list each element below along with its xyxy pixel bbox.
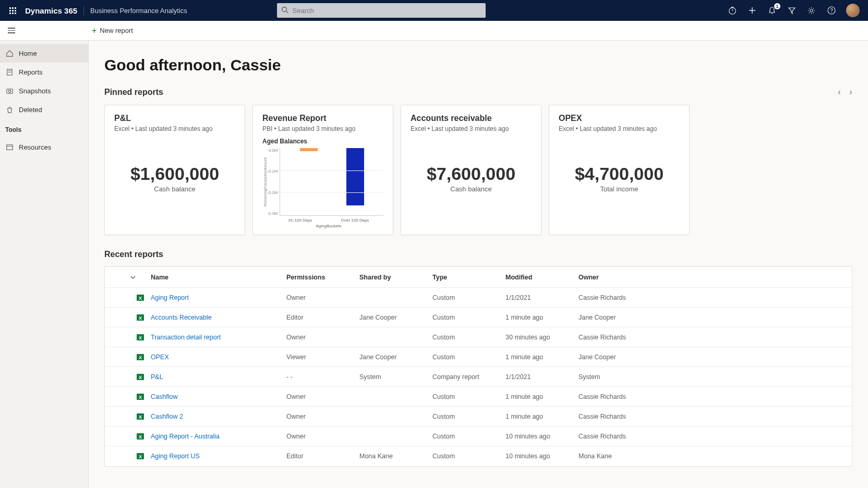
report-name-link[interactable]: Aging Report: [151, 294, 286, 301]
cell-modified: 1/1/2021: [505, 294, 578, 301]
card-subtitle: Excel • Last updated 3 minutes ago: [411, 125, 532, 132]
col-owner[interactable]: Owner: [578, 274, 841, 281]
user-avatar[interactable]: [846, 4, 860, 17]
col-modified[interactable]: Modified: [505, 274, 578, 281]
card-value: $1,600,000: [114, 164, 235, 184]
cell-modified: 10 minutes ago: [505, 433, 578, 440]
pinned-card-opex[interactable]: OPEX Excel • Last updated 3 minutes ago …: [549, 105, 690, 235]
sidebar-label: Deleted: [19, 106, 42, 114]
search-container: [277, 3, 486, 18]
sidebar-item-home[interactable]: Home: [0, 44, 88, 63]
cell-owner: Jane Cooper: [578, 353, 841, 361]
svg-text:X: X: [139, 395, 142, 400]
col-permissions[interactable]: Permissions: [286, 274, 359, 281]
timer-icon[interactable]: [727, 5, 738, 16]
table-row[interactable]: XAging ReportOwnerCustom1/1/2021Cassie R…: [105, 288, 852, 308]
table-row[interactable]: XAging Report USEditorMona KaneCustom10 …: [105, 446, 852, 466]
excel-icon: X: [136, 333, 144, 341]
excel-icon: X: [136, 432, 144, 441]
col-type[interactable]: Type: [432, 274, 505, 281]
sidebar: Home Reports Snapshots Deleted Tools Res…: [0, 41, 89, 488]
svg-text:X: X: [139, 414, 142, 420]
report-name-link[interactable]: Cashflow: [151, 393, 286, 400]
cell-permissions: Editor: [286, 314, 359, 321]
plus-icon: +: [92, 26, 97, 35]
ytick: -0.3M: [267, 211, 278, 216]
table-row[interactable]: XP&L- -SystemCompany report1/1/2021Syste…: [105, 367, 852, 387]
cell-owner: Jane Cooper: [578, 314, 841, 321]
pinned-cards: P&L Excel • Last updated 3 minutes ago $…: [104, 105, 852, 235]
chart-bar: [346, 148, 364, 205]
cell-owner: Mona Kane: [578, 453, 841, 460]
recent-section-title: Recent reports: [104, 250, 852, 259]
table-row[interactable]: XAccounts ReceivableEditorJane CooperCus…: [105, 308, 852, 327]
report-name-link[interactable]: Accounts Receivable: [151, 314, 286, 321]
table-row[interactable]: XCashflow 2OwnerCustom1 minute agoCassie…: [105, 407, 852, 426]
excel-icon: X: [136, 393, 144, 401]
card-label: Total income: [559, 185, 680, 193]
svg-text:X: X: [139, 335, 142, 340]
cell-modified: 1 minute ago: [505, 353, 578, 361]
sidebar-label: Snapshots: [19, 87, 51, 95]
report-name-link[interactable]: P&L: [151, 373, 286, 381]
table-row[interactable]: XCashflowOwnerCustom1 minute agoCassie R…: [105, 387, 852, 407]
brand-name[interactable]: Dynamics 365: [25, 6, 77, 15]
svg-rect-14: [6, 89, 12, 93]
col-name[interactable]: Name: [151, 274, 286, 281]
chart-xaxis: 91-120 Days Over 120 Days: [262, 218, 383, 223]
resources-icon: [5, 143, 14, 151]
pinned-section-title: Pinned reports ‹ ›: [104, 87, 852, 97]
snapshots-icon: [5, 87, 14, 95]
report-name-link[interactable]: Cashflow 2: [151, 413, 286, 420]
chart-bar: [300, 148, 318, 151]
report-name-link[interactable]: Aging Report US: [151, 453, 286, 460]
pinned-card-pl[interactable]: P&L Excel • Last updated 3 minutes ago $…: [104, 105, 245, 235]
card-label: Cash balance: [411, 185, 532, 193]
cell-modified: 1 minute ago: [505, 393, 578, 400]
carousel-prev-icon[interactable]: ‹: [838, 87, 841, 97]
pinned-card-revenue[interactable]: Revenue Report PBI • Last updated 3 minu…: [252, 105, 393, 235]
cell-type: Custom: [432, 413, 505, 420]
filter-icon[interactable]: [787, 5, 797, 16]
table-row[interactable]: XTransaction detail reportOwnerCustom30 …: [105, 327, 852, 347]
table-row[interactable]: XOPEXViewerJane CooperCustom1 minute ago…: [105, 347, 852, 367]
cell-type: Custom: [432, 433, 505, 440]
report-name-link[interactable]: Transaction detail report: [151, 334, 286, 341]
sort-toggle-icon[interactable]: [105, 274, 136, 280]
cell-owner: Cassie Richards: [578, 294, 841, 301]
sidebar-item-deleted[interactable]: Deleted: [0, 100, 88, 119]
svg-text:X: X: [139, 315, 142, 321]
excel-icon: X: [136, 412, 144, 421]
app-name: Business Performance Analytics: [90, 7, 187, 15]
cell-owner: Cassie Richards: [578, 393, 841, 400]
notification-badge: 1: [774, 3, 780, 9]
search-input[interactable]: [277, 3, 486, 18]
table-header: Name Permissions Shared by Type Modified…: [105, 267, 852, 288]
cell-modified: 1 minute ago: [505, 413, 578, 420]
add-icon[interactable]: [747, 5, 757, 16]
sidebar-item-reports[interactable]: Reports: [0, 63, 88, 81]
nav-toggle-icon[interactable]: [4, 23, 19, 38]
carousel-next-icon[interactable]: ›: [849, 87, 852, 97]
cell-sharedby: Jane Cooper: [359, 314, 432, 321]
sidebar-item-snapshots[interactable]: Snapshots: [0, 81, 88, 100]
app-launcher-icon[interactable]: [4, 2, 21, 19]
svg-point-15: [8, 90, 11, 92]
pinned-card-ar[interactable]: Accounts receivable Excel • Last updated…: [401, 105, 541, 235]
table-row[interactable]: XAging Report - AustraliaOwnerCustom10 m…: [105, 426, 852, 446]
report-name-link[interactable]: OPEX: [151, 353, 286, 361]
settings-icon[interactable]: [806, 5, 817, 16]
notifications-icon[interactable]: 1: [767, 5, 777, 16]
help-icon[interactable]: ?: [826, 5, 837, 16]
report-name-link[interactable]: Aging Report - Australia: [151, 433, 286, 440]
command-bar: + New report: [0, 21, 868, 41]
col-sharedby[interactable]: Shared by: [359, 274, 432, 281]
card-subtitle: Excel • Last updated 3 minutes ago: [114, 125, 235, 132]
table-body: XAging ReportOwnerCustom1/1/2021Cassie R…: [105, 288, 852, 466]
card-subtitle: Excel • Last updated 3 minutes ago: [559, 125, 680, 132]
new-report-button[interactable]: + New report: [92, 26, 133, 35]
main-content: Good afternoon, Cassie Pinned reports ‹ …: [89, 41, 868, 488]
sidebar-item-resources[interactable]: Resources: [0, 138, 88, 156]
cell-type: Company report: [432, 373, 505, 381]
trash-icon: [5, 105, 14, 114]
